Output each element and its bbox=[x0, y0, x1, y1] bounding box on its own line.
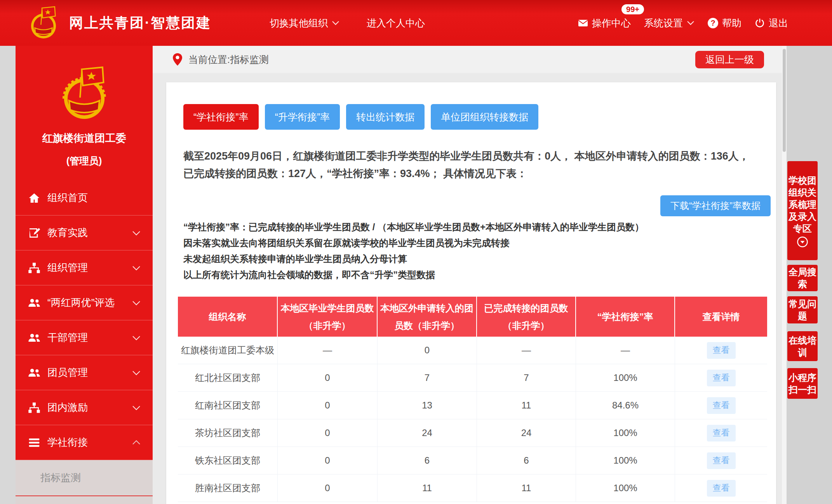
value-cell: 100% bbox=[576, 419, 675, 447]
sidebar: 红旗楼街道团工委 (管理员) 组织首页 教育实践 组织管理 “两红两优”评选 干… bbox=[16, 46, 153, 504]
sidebar-item-org-home[interactable]: 组织首页 bbox=[16, 181, 153, 216]
global-search-badge[interactable]: 全局搜索 bbox=[787, 265, 818, 291]
org-name-cell: 茶坊社区团支部 bbox=[178, 419, 278, 447]
submenu-item-graduation-destination[interactable]: 毕业去向 bbox=[16, 495, 153, 504]
users-icon bbox=[28, 332, 40, 344]
action-cell: 查看 bbox=[675, 474, 767, 502]
submenu-item-indicator-monitoring[interactable]: 指标监测 bbox=[16, 460, 153, 495]
chevron-down-icon bbox=[132, 405, 141, 411]
download-data-button[interactable]: 下载“学社衔接”率数据 bbox=[660, 195, 771, 216]
sidebar-item-org-management[interactable]: 组织管理 bbox=[16, 250, 153, 285]
badge-label: 常见问题 bbox=[787, 298, 818, 322]
sidebar-item-label: 组织管理 bbox=[47, 261, 88, 275]
org-name-cell: 红北社区团支部 bbox=[178, 364, 278, 391]
view-details-button[interactable]: 查看 bbox=[707, 397, 736, 414]
value-cell: 24 bbox=[378, 419, 477, 447]
sidebar-item-member-management[interactable]: 团员管理 bbox=[16, 355, 153, 390]
app-header: 网上共青团·智慧团建 切换其他组织 进入个人中心 操作中心 99+ 系统设置 ?… bbox=[0, 0, 832, 46]
value-cell: 11 bbox=[477, 474, 576, 502]
sidebar-item-school-society-transfer[interactable]: 学社衔接 bbox=[16, 425, 153, 460]
system-settings-link[interactable]: 系统设置 bbox=[644, 17, 694, 30]
column-header: 本地区毕业学生团员数（非升学） bbox=[278, 297, 378, 337]
power-icon bbox=[755, 18, 765, 28]
vertical-scrollbar-thumb[interactable] bbox=[783, 49, 786, 152]
operation-center-label: 操作中心 bbox=[592, 17, 631, 30]
view-details-button[interactable]: 查看 bbox=[707, 370, 736, 386]
chevron-down-icon bbox=[132, 300, 141, 306]
sidebar-item-label: “两红两优”评选 bbox=[47, 296, 115, 309]
table-row: 茶坊社区团支部02424100%查看 bbox=[178, 419, 767, 447]
sidebar-item-cadre-management[interactable]: 干部管理 bbox=[16, 320, 153, 355]
chevron-down-icon bbox=[132, 230, 141, 236]
table-row: 红南社区团支部0131184.6%查看 bbox=[178, 392, 767, 419]
value-cell: 0 bbox=[278, 474, 378, 502]
value-cell: 0 bbox=[278, 364, 378, 391]
view-details-button[interactable]: 查看 bbox=[707, 342, 736, 359]
tab-unit-org-transfer-data[interactable]: 单位团组织转接数据 bbox=[431, 104, 538, 130]
app-title: 网上共青团·智慧团建 bbox=[69, 14, 211, 33]
column-header: 本地区外申请转入的团员数（非升学） bbox=[378, 297, 477, 337]
personal-center-label: 进入个人中心 bbox=[367, 17, 425, 30]
chevron-down-icon bbox=[132, 265, 141, 271]
personal-center-link[interactable]: 进入个人中心 bbox=[367, 17, 425, 30]
help-link[interactable]: ? 帮助 bbox=[708, 17, 741, 30]
vertical-scrollbar-track[interactable] bbox=[782, 46, 787, 504]
table-body: 红旗楼街道团工委本级—0——查看红北社区团支部077100%查看红南社区团支部0… bbox=[178, 337, 767, 502]
note-line: “学社衔接”率：已完成转接的毕业学生团员数 / （本地区毕业学生团员数+本地区外… bbox=[183, 219, 761, 235]
sidebar-item-education-practice[interactable]: 教育实践 bbox=[16, 216, 153, 250]
value-cell: 0 bbox=[278, 392, 378, 419]
circle-chevron-down-icon bbox=[797, 236, 808, 248]
sidebar-item-league-incentive[interactable]: 团内激励 bbox=[16, 390, 153, 425]
breadcrumb-bar: 当前位置:指标监测 返回上一级 bbox=[153, 46, 782, 73]
value-cell: — bbox=[576, 337, 675, 364]
switch-organization-link[interactable]: 切换其他组织 bbox=[270, 17, 339, 30]
tab-bar: “学社衔接”率 “升学衔接”率 转出统计数据 单位团组织转接数据 bbox=[183, 104, 538, 130]
value-cell: 11 bbox=[477, 392, 576, 419]
sidebar-menu: 组织首页 教育实践 组织管理 “两红两优”评选 干部管理 团员管理 bbox=[16, 181, 153, 504]
sidebar-item-label: 教育实践 bbox=[47, 226, 88, 240]
role-label: (管理员) bbox=[16, 155, 153, 167]
users-icon bbox=[28, 367, 40, 379]
system-settings-label: 系统设置 bbox=[644, 17, 683, 30]
league-emblem-icon bbox=[28, 5, 59, 41]
sidebar-item-label: 组织首页 bbox=[47, 191, 88, 205]
logout-label: 退出 bbox=[769, 17, 788, 30]
table-row: 胜南社区团支部01111100%查看 bbox=[178, 474, 767, 502]
school-org-relation-entry-badge[interactable]: 学校团组织关系梳理及录入专区 bbox=[787, 161, 818, 260]
column-header: “学社衔接”率 bbox=[576, 297, 675, 337]
value-cell: 13 bbox=[378, 392, 477, 419]
breadcrumb: 当前位置:指标监测 bbox=[173, 46, 269, 73]
back-button[interactable]: 返回上一级 bbox=[695, 51, 764, 68]
online-training-badge[interactable]: 在线培训 bbox=[787, 331, 818, 361]
action-cell: 查看 bbox=[675, 364, 767, 391]
mini-program-scan-badge[interactable]: 小程序扫一扫 bbox=[787, 368, 818, 399]
view-details-button[interactable]: 查看 bbox=[707, 425, 736, 441]
badge-label: 学校团组织关系梳理及录入专区 bbox=[787, 174, 818, 235]
content-card: “学社衔接”率 “升学衔接”率 转出统计数据 单位团组织转接数据 截至2025年… bbox=[166, 82, 776, 504]
tab-further-study-rate[interactable]: “升学衔接”率 bbox=[265, 104, 340, 130]
view-details-button[interactable]: 查看 bbox=[707, 452, 736, 469]
tab-school-society-rate[interactable]: “学社衔接”率 bbox=[183, 104, 259, 130]
breadcrumb-text: 当前位置:指标监测 bbox=[188, 53, 269, 66]
logout-link[interactable]: 退出 bbox=[755, 17, 788, 30]
question-circle-icon: ? bbox=[708, 18, 718, 28]
notification-badge: 99+ bbox=[621, 4, 644, 14]
note-line: 未发起组织关系转接申请的毕业学生团员纳入分母计算 bbox=[183, 251, 761, 267]
value-cell: 24 bbox=[477, 419, 576, 447]
value-cell: 0 bbox=[278, 447, 378, 474]
sidebar-item-honors-selection[interactable]: “两红两优”评选 bbox=[16, 285, 153, 320]
header-nav: 切换其他组织 进入个人中心 bbox=[270, 17, 425, 30]
tab-transfer-out-stats[interactable]: 转出统计数据 bbox=[346, 104, 425, 130]
action-cell: 查看 bbox=[675, 392, 767, 419]
summary-text: 截至2025年09月06日，红旗楼街道团工委非升学类型的毕业学生团员数共有：0人… bbox=[183, 148, 761, 182]
switch-organization-label: 切换其他组织 bbox=[270, 17, 328, 30]
view-details-button[interactable]: 查看 bbox=[707, 480, 736, 497]
value-cell: 100% bbox=[576, 447, 675, 474]
edit-icon bbox=[28, 227, 40, 239]
org-tree-icon bbox=[28, 401, 40, 414]
operation-center-link[interactable]: 操作中心 99+ bbox=[578, 17, 631, 30]
faq-badge[interactable]: 常见问题 bbox=[787, 296, 818, 323]
chevron-up-icon bbox=[132, 440, 141, 446]
value-cell: 6 bbox=[477, 447, 576, 474]
left-gutter bbox=[0, 46, 16, 504]
